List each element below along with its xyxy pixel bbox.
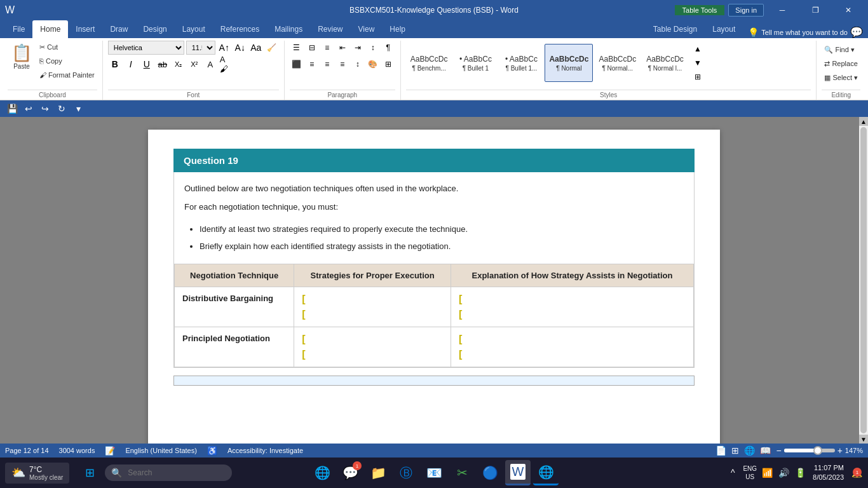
style-benchm[interactable]: AaBbCcDc ¶ Benchm... xyxy=(406,44,452,82)
minimize-button[interactable]: ─ xyxy=(768,0,797,20)
tab-table-design[interactable]: Table Design xyxy=(646,20,705,38)
font-family-select[interactable]: Helvetica xyxy=(108,41,184,55)
taskbar-edge2[interactable]: 🌐 xyxy=(533,460,559,485)
taskbar-chrome[interactable]: 🔵 xyxy=(477,460,503,485)
language-info[interactable]: English (United States) xyxy=(125,447,197,454)
volume-icon[interactable]: 🔊 xyxy=(777,466,790,479)
italic-button[interactable]: I xyxy=(124,57,138,71)
styles-expand[interactable]: ⊞ xyxy=(691,70,705,84)
taskbar-word[interactable]: W xyxy=(505,460,531,485)
battery-icon[interactable]: 🔋 xyxy=(794,466,806,479)
search-input[interactable] xyxy=(105,464,232,481)
tab-table-layout[interactable]: Layout xyxy=(705,20,743,38)
taskbar-explorer[interactable]: 📁 xyxy=(365,460,391,485)
select-button[interactable]: ▦ Select ▾ xyxy=(822,71,860,84)
bullets-button[interactable]: ☰ xyxy=(290,41,304,55)
zoom-slider[interactable] xyxy=(784,449,835,452)
taskbar-chat[interactable]: 💬 1 xyxy=(337,460,363,485)
strategies-distributive[interactable]: [ [ xyxy=(294,287,451,327)
style-bullet1[interactable]: • AaBbCc ¶ Bullet 1 xyxy=(453,44,498,82)
find-button[interactable]: 🔍 Find ▾ xyxy=(822,43,860,56)
weather-widget[interactable]: ⛅ 7°C Mostly clear xyxy=(5,463,69,484)
align-left-button[interactable]: ⬛ xyxy=(290,57,304,71)
view-layout-icon[interactable]: ⊞ xyxy=(731,445,739,456)
style-bullet1-dot[interactable]: • AaBbCc ¶ Bullet 1... xyxy=(499,44,543,82)
explanation-field-1[interactable]: [ xyxy=(459,294,686,305)
styles-scroll-down[interactable]: ▼ xyxy=(691,56,705,70)
superscript-button[interactable]: X² xyxy=(187,57,201,71)
style-normal[interactable]: AaBbCcDc ¶ Normal xyxy=(545,44,593,82)
strategy-field-1[interactable]: [ xyxy=(302,294,443,305)
view-read-icon[interactable]: 📖 xyxy=(760,445,771,456)
tell-me-label[interactable]: Tell me what you want to do xyxy=(761,29,848,36)
notification-button[interactable]: 🔔 1 xyxy=(850,466,863,479)
scroll-up-button[interactable]: ▲ xyxy=(859,117,868,126)
explanation-field-4[interactable]: [ xyxy=(459,349,686,360)
style-normal-l[interactable]: AaBbCcDc ¶ Normal l... xyxy=(642,44,688,82)
explanations-distributive[interactable]: [ [ xyxy=(451,287,693,327)
zoom-level[interactable]: 147% xyxy=(845,447,863,454)
tab-layout[interactable]: Layout xyxy=(175,20,213,38)
clock-display[interactable]: 11:07 PM 8/05/2023 xyxy=(810,463,846,483)
tab-design[interactable]: Design xyxy=(135,20,174,38)
increase-indent-button[interactable]: ⇥ xyxy=(351,41,365,55)
replace-button[interactable]: ⇄ Replace xyxy=(822,57,860,70)
zoom-out-button[interactable]: − xyxy=(776,445,781,456)
strategy-field-4[interactable]: [ xyxy=(302,349,443,360)
explanation-field-2[interactable]: [ xyxy=(459,309,686,320)
taskbar-outlook[interactable]: 📧 xyxy=(421,460,447,485)
strategy-field-3[interactable]: [ xyxy=(302,334,443,345)
underline-button[interactable]: U xyxy=(140,57,154,71)
font-size-select[interactable]: 11.5 xyxy=(186,41,215,55)
bold-button[interactable]: B xyxy=(108,57,122,71)
zoom-in-button[interactable]: + xyxy=(837,445,843,456)
font-size-increase-button[interactable]: A↑ xyxy=(217,41,231,55)
network-icon[interactable]: 📶 xyxy=(761,466,773,479)
multilevel-list-button[interactable]: ≡ xyxy=(320,41,334,55)
cut-button[interactable]: ✂ Cut xyxy=(37,41,97,53)
numbering-button[interactable]: ⊟ xyxy=(305,41,319,55)
expand-tray-button[interactable]: ^ xyxy=(726,466,739,479)
tab-view[interactable]: View xyxy=(351,20,383,38)
copy-button[interactable]: ⎘ Copy xyxy=(37,55,97,67)
tab-draw[interactable]: Draw xyxy=(102,20,135,38)
zoom-thumb[interactable] xyxy=(813,446,822,455)
save-button[interactable]: 💾 xyxy=(5,102,19,116)
tab-help[interactable]: Help xyxy=(382,20,413,38)
explanations-principled[interactable]: [ [ xyxy=(451,327,693,367)
view-normal-icon[interactable]: 📄 xyxy=(715,445,726,456)
style-normal-2[interactable]: AaBbCcDc ¶ Normal... xyxy=(594,44,641,82)
strategies-principled[interactable]: [ [ xyxy=(294,327,451,367)
strategy-field-2[interactable]: [ xyxy=(302,309,443,320)
language-indicator[interactable]: ENGUS xyxy=(743,464,757,481)
taskbar-bing[interactable]: Ⓑ xyxy=(393,460,419,485)
undo-button[interactable]: ↩ xyxy=(22,102,36,116)
decrease-indent-button[interactable]: ⇤ xyxy=(336,41,349,55)
comment-icon[interactable]: 💬 xyxy=(850,26,863,38)
subscript-button[interactable]: X₂ xyxy=(172,57,186,71)
format-painter-button[interactable]: 🖌 Format Painter xyxy=(37,69,97,81)
qa-expand-button[interactable]: ▾ xyxy=(71,102,85,116)
redo-button[interactable]: ↪ xyxy=(38,102,52,116)
clear-format-button[interactable]: 🧹 xyxy=(265,41,279,55)
align-right-button[interactable]: ≡ xyxy=(320,57,334,71)
align-center-button[interactable]: ≡ xyxy=(305,57,319,71)
taskbar-snip[interactable]: ✂ xyxy=(449,460,475,485)
sign-in-button[interactable]: Sign in xyxy=(728,4,764,17)
highlight-button[interactable]: A🖌 xyxy=(219,57,233,71)
shading-button[interactable]: 🎨 xyxy=(366,57,380,71)
text-color-button[interactable]: A xyxy=(203,57,217,71)
accessibility-info[interactable]: Accessibility: Investigate xyxy=(227,447,303,454)
tab-review[interactable]: Review xyxy=(310,20,350,38)
line-spacing-button[interactable]: ↕ xyxy=(351,57,365,71)
justify-button[interactable]: ≡ xyxy=(336,57,349,71)
explanation-field-3[interactable]: [ xyxy=(459,334,686,345)
scroll-thumb[interactable] xyxy=(860,127,867,433)
tab-insert[interactable]: Insert xyxy=(68,20,102,38)
sort-button[interactable]: ↕ xyxy=(366,41,380,55)
view-web-icon[interactable]: 🌐 xyxy=(744,445,755,456)
repeat-button[interactable]: ↻ xyxy=(55,102,69,116)
taskbar-edge[interactable]: 🌐 xyxy=(309,460,335,485)
tab-mailings[interactable]: Mailings xyxy=(267,20,310,38)
borders-button[interactable]: ⊞ xyxy=(381,57,395,71)
